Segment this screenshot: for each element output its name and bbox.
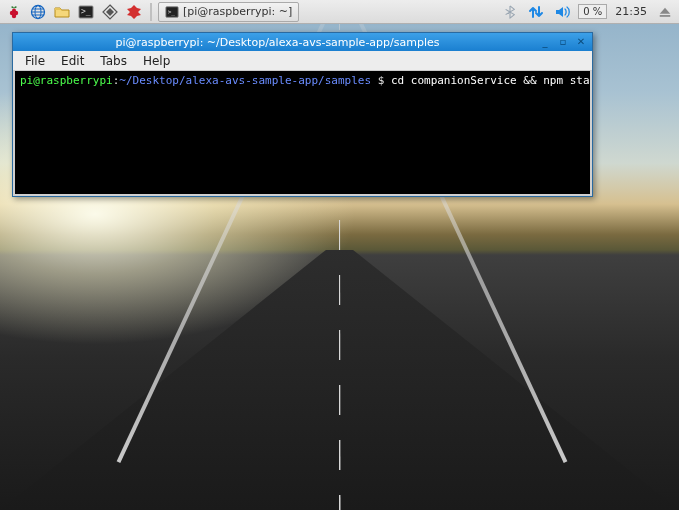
clock[interactable]: 21:35 xyxy=(613,5,649,18)
menu-tabs[interactable]: Tabs xyxy=(94,52,133,70)
menu-file[interactable]: File xyxy=(19,52,51,70)
svg-text:>_: >_ xyxy=(81,7,91,16)
raspberry-menu-icon[interactable] xyxy=(4,2,24,22)
prompt-dollar: $ xyxy=(371,74,391,87)
svg-point-2 xyxy=(12,13,16,17)
svg-point-3 xyxy=(12,8,16,12)
terminal-window: pi@raspberrypi: ~/Desktop/alexa-avs-samp… xyxy=(12,32,593,197)
prompt-user-host: pi@raspberrypi xyxy=(20,74,113,87)
window-title: pi@raspberrypi: ~/Desktop/alexa-avs-samp… xyxy=(17,36,538,49)
titlebar[interactable]: pi@raspberrypi: ~/Desktop/alexa-avs-samp… xyxy=(13,33,592,51)
prompt-path: ~/Desktop/alexa-avs-sample-app/samples xyxy=(119,74,371,87)
file-manager-icon[interactable] xyxy=(52,2,72,22)
taskbar-separator xyxy=(150,3,152,21)
minimize-button[interactable]: _ xyxy=(538,36,552,48)
menu-help[interactable]: Help xyxy=(137,52,176,70)
close-button[interactable]: ✕ xyxy=(574,36,588,48)
system-tray: 0 % 21:35 xyxy=(500,2,675,22)
cpu-usage[interactable]: 0 % xyxy=(578,4,607,19)
terminal-body[interactable]: pi@raspberrypi:~/Desktop/alexa-avs-sampl… xyxy=(13,71,592,196)
maximize-button[interactable]: ▫ xyxy=(556,36,570,48)
wolfram-icon[interactable] xyxy=(124,2,144,22)
menu-edit[interactable]: Edit xyxy=(55,52,90,70)
svg-marker-13 xyxy=(127,5,141,19)
taskbar: >_ >_ [pi@raspberrypi: ~] xyxy=(0,0,679,24)
eject-icon[interactable] xyxy=(655,2,675,22)
bluetooth-icon[interactable] xyxy=(500,2,520,22)
svg-text:>_: >_ xyxy=(168,7,176,15)
svg-rect-16 xyxy=(660,15,671,17)
menubar: File Edit Tabs Help xyxy=(13,51,592,71)
window-controls: _ ▫ ✕ xyxy=(538,36,588,48)
task-button-terminal[interactable]: >_ [pi@raspberrypi: ~] xyxy=(158,2,299,22)
task-button-label: [pi@raspberrypi: ~] xyxy=(183,5,292,18)
globe-icon[interactable] xyxy=(28,2,48,22)
svg-marker-12 xyxy=(106,8,114,16)
speaker-icon[interactable] xyxy=(552,2,572,22)
prompt-command: cd companionService && npm start xyxy=(391,74,592,87)
network-updown-icon[interactable] xyxy=(526,2,546,22)
terminal-launcher-icon[interactable]: >_ xyxy=(76,2,96,22)
mathematica-icon[interactable] xyxy=(100,2,120,22)
